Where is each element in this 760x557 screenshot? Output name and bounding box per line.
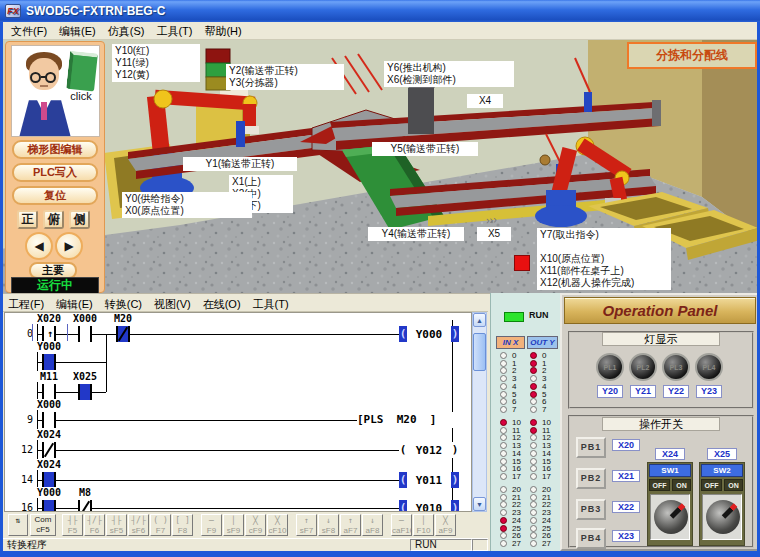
rotary-switch-SW1[interactable] [650,494,690,540]
wire [106,334,107,392]
coil-Y000[interactable]: (Y000) [399,326,459,342]
title-bar: FX SWOD5C-FXTRN-BEG-C [0,0,760,22]
led-inx-10 [500,419,507,426]
scroll-thumb[interactable] [473,333,486,371]
view-side-button[interactable]: 侧 [69,210,90,229]
ladder-symbol-button-sF8[interactable]: ↓sF8 [318,514,339,536]
ladder-scrollbar[interactable]: ▲ ▼ [472,312,487,512]
instruction: [PLS M20 ] [357,412,457,428]
prev-arrow-button[interactable]: ◀ [25,232,53,260]
coil-Y012[interactable]: (Y012) [399,442,459,458]
ladder-symbol-button-F10[interactable]: │F10 [413,514,434,536]
main-menu-item[interactable]: 仿真(S) [102,23,151,39]
ladder-symbol-button-F5[interactable]: ┤├F5 [62,514,83,536]
coil-Y011[interactable]: (Y011) [399,472,459,488]
ladder-symbol-button-F7[interactable]: ( )F7 [150,514,171,536]
switch-section-title: 操作开关 [602,417,720,431]
reset-button[interactable]: 复位 [12,186,98,205]
ladder-symbol-button-caF10[interactable]: ─caF10 [391,514,412,536]
device-label: Y10(红)Y11(绿)Y12(黄) [112,44,200,82]
ladder-menu-item[interactable]: 转换(C) [99,296,148,311]
rotary-knob[interactable] [706,500,740,534]
contact-X000[interactable] [44,412,54,428]
ladder-menu-item[interactable]: 编辑(E) [50,296,99,311]
plc-write-button[interactable]: PLC写入 [12,163,98,182]
led-inx-7 [500,406,507,413]
ladder-menu-item[interactable]: 工具(T) [247,296,295,311]
pilot-lamp-PL2: PL2 [629,353,657,381]
device-label: Y1(输送带正转) [183,157,297,171]
rotary-knob[interactable] [654,500,688,534]
pb-tag-X21: X21 [612,470,640,482]
toolbar-mode-button[interactable]: ⇅ [8,514,28,536]
ladder-menu-item[interactable]: 视图(V) [148,296,197,311]
ladder-symbol-button-sF6[interactable]: ┤/├sF6 [128,514,149,536]
next-arrow-button[interactable]: ▶ [55,232,83,260]
origin-indicator [514,255,530,271]
coil-Y010[interactable]: (Y010) [399,500,459,512]
control-side-panel: click 主要 运行中 梯形图编辑PLC写入复位正俯侧◀▶ [5,41,105,293]
ladder-symbol-button-aF7[interactable]: ↑aF7 [340,514,361,536]
ladder-symbol-button-cF9[interactable]: ╳cF9 [245,514,266,536]
com-cf5-button[interactable]: ComcF5 [30,514,56,536]
line-title-banner: 分拣和分配线 [627,42,757,69]
svg-text:›››: ››› [485,213,497,226]
push-button-PB2[interactable]: PB2 [576,468,606,489]
ladder-symbol-button-F6[interactable]: ┤/├F6 [84,514,105,536]
instructor-tie [41,102,47,120]
led-outy-0 [530,352,537,359]
instructor-image[interactable]: click [11,45,100,137]
ladder-edit-button[interactable]: 梯形图编辑 [12,140,98,159]
device-name: M8 [65,487,105,498]
scroll-up-icon[interactable]: ▲ [473,313,486,327]
contact-X025[interactable] [80,384,90,400]
main-menu-item[interactable]: 编辑(E) [53,23,102,39]
book-icon[interactable] [66,51,98,92]
rotary-lever [670,503,686,519]
ladder-symbol-button-cF10[interactable]: ╳cF10 [267,514,288,536]
main-menu-item[interactable]: 帮助(H) [198,23,247,39]
ladder-menu-item[interactable]: 在线(O) [197,296,247,311]
status-spacer [472,539,488,551]
ladder-menu-item[interactable]: 工程(F) [2,296,50,311]
contact-X000[interactable] [80,326,90,342]
contact-bar [78,326,80,342]
led-inx-24 [500,517,507,524]
ladder-canvas[interactable]: 0X020↑X000M20(Y000)Y000M11X0259X000[PLS … [4,312,472,512]
step-number: 12 [7,444,33,456]
ladder-symbol-button-sF5[interactable]: ┤├sF5 [106,514,127,536]
led-outy-26 [530,532,537,539]
main-menu-item[interactable]: 工具(T) [150,23,198,39]
switch-name-SW1: SW1 [649,464,691,477]
contact-bar [54,472,56,488]
led-inx-20 [500,486,507,493]
push-button-PB3[interactable]: PB3 [576,499,606,520]
main-menu-item[interactable]: 文件(F) [5,23,53,39]
led-inx-16 [500,465,507,472]
ladder-symbol-button-sF7[interactable]: ↑sF7 [296,514,317,536]
ladder-symbol-button-aF8[interactable]: ↓aF8 [362,514,383,536]
view-front-button[interactable]: 正 [17,210,38,229]
scroll-down-icon[interactable]: ▼ [473,497,486,511]
ladder-symbol-button-F9[interactable]: ─F9 [201,514,222,536]
contact-X024[interactable] [44,472,54,488]
contact-M11[interactable] [44,384,54,400]
output-column-header: OUT Y [527,336,558,349]
led-inx-21 [500,494,507,501]
ladder-symbol-button-F8[interactable]: [ ]F8 [172,514,193,536]
push-button-PB1[interactable]: PB1 [576,437,606,458]
view-top-button[interactable]: 俯 [43,210,64,229]
contact-Y000[interactable] [44,354,54,370]
rotary-switch-SW2[interactable] [702,494,742,540]
pb-tag-X20: X20 [612,439,640,451]
ladder-symbol-button-sF9[interactable]: │sF9 [223,514,244,536]
led-inx-14 [500,450,507,457]
pilot-lamp-PL4: PL4 [695,353,723,381]
device-name: X024 [29,459,69,470]
contact-Y000[interactable] [44,500,54,512]
led-inx-26 [500,532,507,539]
ladder-symbol-button-aF9[interactable]: ╳aF9 [435,514,456,536]
led-number: 7 [542,405,558,414]
push-button-PB4[interactable]: PB4 [576,528,606,549]
contact-bar [42,354,44,370]
